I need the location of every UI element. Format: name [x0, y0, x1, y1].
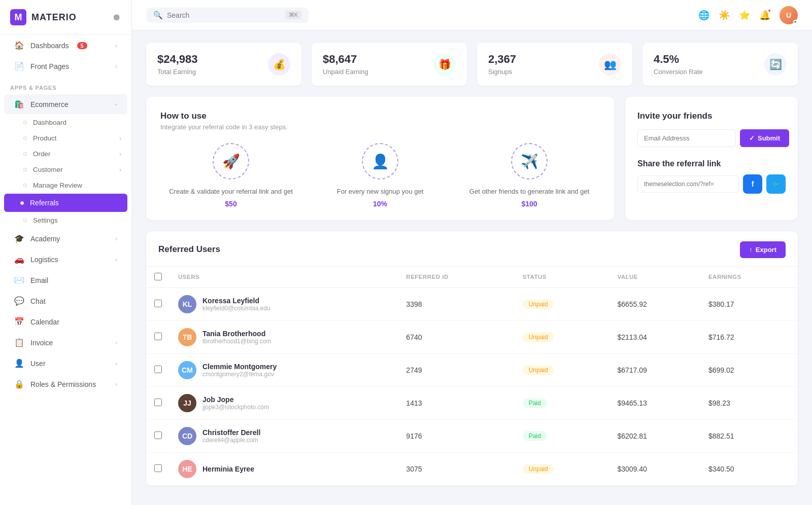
user-info: Herminia Eyree	[202, 465, 254, 473]
export-button[interactable]: ↑ Export	[740, 241, 786, 258]
chevron-right-icon: ›	[119, 151, 121, 158]
sidebar-sub-dashboard[interactable]: Dashboard	[0, 115, 131, 130]
user-cell: CM Clemmie Montgomery cmontgomery2@fema.…	[170, 353, 398, 386]
earnings-cell: $98.23	[700, 386, 798, 419]
table-row: CD Christoffer Derell cderell4@apple.com…	[146, 419, 798, 452]
select-all-checkbox[interactable]	[154, 273, 162, 280]
row-checkbox-cell	[146, 452, 170, 485]
sidebar-item-label: Logistics	[30, 256, 58, 264]
user-cell: TB Tania Brotherhood tbrotherhood1@bing.…	[170, 320, 398, 353]
user-email: cmontgomery2@fema.gov	[202, 371, 277, 378]
referred-id-cell: 2749	[398, 353, 514, 386]
search-input[interactable]	[167, 11, 281, 19]
status-cell: Unpaid	[515, 287, 610, 320]
sub-dot-icon	[23, 219, 27, 222]
search-box[interactable]: 🔍 ⌘K	[146, 8, 309, 23]
user-name: Koressa Leyfield	[202, 297, 270, 305]
sidebar-item-dashboards[interactable]: 🏠 Dashboards 5 ›	[4, 35, 127, 55]
sidebar-item-academy[interactable]: 🎓 Academy ›	[4, 229, 127, 248]
status-badge: Unpaid	[523, 299, 554, 309]
invite-form: ✓ Submit	[637, 129, 786, 147]
referred-id-cell: 1413	[398, 386, 514, 419]
translate-icon[interactable]: 🌐	[698, 10, 709, 21]
share-link-input[interactable]	[637, 175, 739, 193]
export-icon: ↑	[749, 246, 753, 254]
user-info: Clemmie Montgomery cmontgomery2@fema.gov	[202, 363, 277, 378]
row-checkbox-cell	[146, 287, 170, 320]
invoice-icon: 📋	[14, 338, 24, 347]
user-email: tbrotherhood1@bing.com	[202, 338, 272, 345]
user-name: Herminia Eyree	[202, 465, 254, 473]
table-row: CM Clemmie Montgomery cmontgomery2@fema.…	[146, 353, 798, 386]
user-name: Job Jope	[202, 395, 269, 404]
invite-email-input[interactable]	[637, 129, 736, 147]
sidebar-sub-label: Product	[33, 134, 57, 142]
invite-submit-button[interactable]: ✓ Submit	[740, 129, 789, 147]
value-cell: $9465.13	[609, 386, 700, 419]
sidebar-sub-customer[interactable]: Customer ›	[0, 162, 131, 177]
sidebar-item-user[interactable]: 👤 User ›	[4, 353, 127, 373]
value-cell: $6202.81	[609, 419, 700, 452]
sidebar-sub-label: Manage Review	[33, 182, 82, 189]
sidebar-item-front-pages[interactable]: 📄 Front Pages ›	[4, 56, 127, 76]
row-checkbox[interactable]	[154, 300, 162, 307]
sidebar-sub-product[interactable]: Product ›	[0, 130, 131, 146]
stat-card-conversion-rate: 4.5% Conversion Rate 🔄	[642, 43, 798, 86]
user-email: jjope3@istockphoto.com	[202, 404, 269, 411]
search-icon: 🔍	[153, 11, 163, 20]
sidebar-item-ecommerce[interactable]: 🛍️ Ecommerce ›	[4, 94, 127, 114]
sidebar-sub-referrals[interactable]: Referrals	[4, 194, 127, 212]
sidebar-item-logistics[interactable]: 🚗 Logistics ›	[4, 249, 127, 269]
col-referred-id: REFERRED ID	[398, 266, 514, 287]
twitter-share-button[interactable]: 🐦	[766, 174, 786, 194]
row-checkbox[interactable]	[154, 464, 162, 472]
step-2-text: For every new signup you get	[310, 187, 451, 197]
row-checkbox[interactable]	[154, 399, 162, 406]
avatar[interactable]: U	[780, 6, 798, 24]
theme-icon[interactable]: ☀️	[719, 10, 730, 21]
chevron-right-icon: ›	[115, 42, 117, 49]
sidebar-item-chat[interactable]: 💬 Chat	[4, 291, 127, 311]
notification-wrapper[interactable]: 🔔	[759, 10, 770, 21]
record-icon[interactable]: ⏺	[112, 12, 121, 23]
status-cell: Paid	[515, 419, 610, 452]
conversion-rate-icon: 🔄	[764, 53, 787, 76]
sidebar-sub-settings[interactable]: Settings	[0, 212, 131, 228]
step-3-value: $100	[459, 200, 600, 208]
row-checkbox[interactable]	[154, 431, 162, 439]
value-cell: $2113.04	[609, 320, 700, 353]
col-status: STATUS	[515, 266, 610, 287]
referred-id-cell: 9176	[398, 419, 514, 452]
user-cell: KL Koressa Leyfield kleyfield0@columbia.…	[170, 287, 398, 320]
sidebar-item-invoice[interactable]: 📋 Invoice ›	[4, 333, 127, 352]
facebook-share-button[interactable]: f	[743, 174, 762, 194]
star-icon[interactable]: ⭐	[739, 10, 750, 21]
step-1-text: Create & validate your referral link and…	[160, 187, 301, 197]
table-row: JJ Job Jope jjope3@istockphoto.com 1413 …	[146, 386, 798, 419]
sidebar-sub-order[interactable]: Order ›	[0, 146, 131, 162]
dashboards-badge: 5	[77, 42, 87, 49]
table-title: Referred Users	[158, 244, 220, 255]
step-1-icon: 🚀	[213, 143, 249, 179]
export-label: Export	[756, 246, 776, 254]
sidebar-sub-manage-review[interactable]: Manage Review	[0, 177, 131, 193]
logo-area: M MATERIO ⏺	[0, 0, 131, 35]
sidebar-item-email[interactable]: ✉️ Email	[4, 270, 127, 290]
logistics-icon: 🚗	[14, 255, 24, 264]
earnings-cell: $340.50	[700, 452, 798, 485]
sidebar-item-roles-permissions[interactable]: 🔒 Roles & Permissions ›	[4, 374, 127, 394]
stat-value: $8,647	[323, 53, 368, 66]
referred-id-cell: 3075	[398, 452, 514, 485]
checkmark-icon: ✓	[749, 134, 755, 142]
sidebar-item-label: Invoice	[30, 339, 53, 347]
share-title: Share the referral link	[637, 159, 786, 168]
status-badge: Paid	[523, 431, 547, 441]
sidebar-item-calendar[interactable]: 📅 Calendar	[4, 312, 127, 332]
stat-info: $8,647 Unpaid Earning	[323, 53, 368, 76]
stat-card-unpaid-earning: $8,647 Unpaid Earning 🎁	[312, 43, 467, 86]
sub-dot-icon	[23, 184, 27, 187]
status-badge: Paid	[523, 398, 547, 408]
row-checkbox[interactable]	[154, 366, 162, 373]
row-checkbox[interactable]	[154, 333, 162, 340]
lock-icon: 🔒	[14, 379, 24, 389]
